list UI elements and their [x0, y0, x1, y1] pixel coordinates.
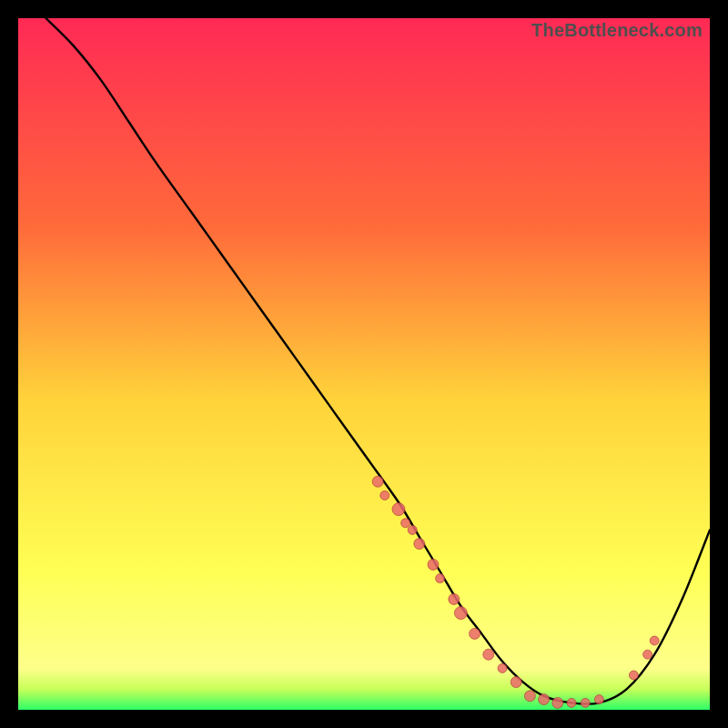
data-marker: [511, 677, 521, 688]
data-marker: [428, 559, 439, 570]
gradient-background: [18, 18, 710, 710]
data-marker: [380, 490, 389, 500]
data-marker: [539, 694, 550, 705]
data-marker: [643, 650, 652, 659]
data-marker: [629, 671, 638, 680]
data-marker: [454, 607, 467, 620]
data-marker: [401, 519, 410, 528]
chart-frame: TheBottleneck.com: [18, 18, 710, 710]
data-marker: [392, 503, 405, 516]
data-marker: [524, 691, 535, 702]
data-marker: [414, 539, 425, 550]
data-marker: [552, 697, 563, 708]
data-marker: [372, 476, 383, 487]
data-marker: [470, 628, 480, 639]
data-marker: [498, 663, 507, 672]
data-marker: [594, 695, 603, 704]
data-marker: [483, 649, 494, 660]
watermark-label: TheBottleneck.com: [531, 20, 703, 41]
data-marker: [567, 698, 576, 707]
data-marker: [449, 593, 460, 604]
data-marker: [408, 525, 417, 534]
data-marker: [581, 698, 590, 707]
data-marker: [650, 636, 659, 645]
bottleneck-chart: [18, 18, 710, 710]
data-marker: [436, 574, 445, 583]
